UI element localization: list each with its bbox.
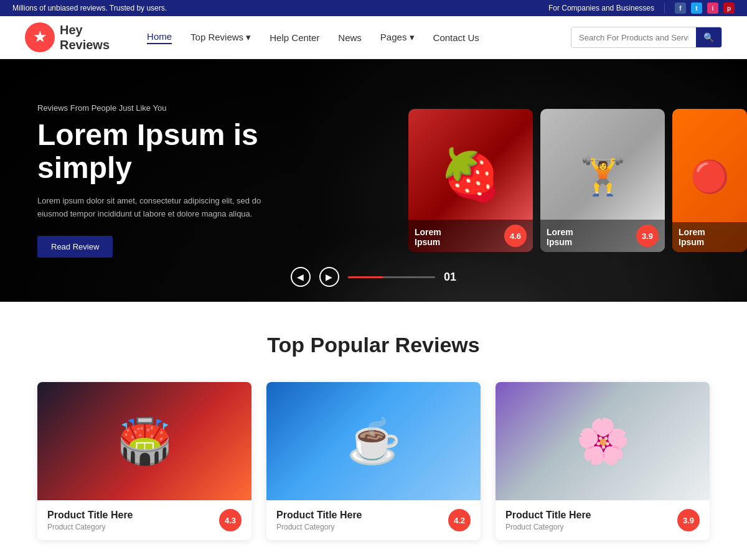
popular-reviews-title: Top Popular Reviews [37,333,710,357]
nav-home[interactable]: Home [147,31,172,44]
product-card-2-rating: 4.2 [448,509,471,531]
product-card-2-image: ☕ [266,382,481,500]
hero-card-1[interactable]: LoremIpsum 4.6 [408,109,533,252]
hero-card-3-label: LoremIpsum [679,227,705,247]
nav-help-center[interactable]: Help Center [270,32,319,43]
search-button[interactable]: 🔍 [696,27,721,47]
hero-controls: ◀ ▶ 01 [291,267,456,287]
hero-description: Lorem ipsum dolor sit amet, consectetur … [37,195,261,221]
nav-news[interactable]: News [338,32,362,43]
product-card-3-title: Product Title Here [505,510,591,521]
product-card-1-category: Product Category [47,523,133,531]
hero-card-2[interactable]: LoremIpsum 3.9 [540,109,665,252]
twitter-icon[interactable]: t [691,2,702,14]
nav-top-reviews[interactable]: Top Reviews ▾ [190,32,251,43]
divider [664,3,665,13]
facebook-icon[interactable]: f [675,2,686,14]
hero-card-1-label: LoremIpsum [415,227,441,247]
hero-card-1-footer: LoremIpsum 4.6 [408,220,533,252]
hero-subtitle: Reviews From People Just Like You [37,103,261,113]
logo-text: Hey Reviews [60,22,110,52]
product-card-1-rating: 4.3 [219,509,242,531]
top-bar-left: Millions of unbiased reviews. Trusted by… [12,4,167,12]
main-nav: Home Top Reviews ▾ Help Center News Page… [147,31,571,44]
slide-progress-bar [348,276,435,278]
product-card-1-image: 🏟️ [37,382,251,500]
slide-number: 01 [444,271,456,284]
logo-icon: ★ [25,22,55,52]
product-card-3[interactable]: 🌸 Product Title Here Product Category 3.… [496,382,710,540]
product-card-3-body: Product Title Here Product Category 3.9 [496,500,710,540]
product-card-2[interactable]: ☕ Product Title Here Product Category 4.… [266,382,481,540]
search-box: 🔍 [571,27,722,48]
social-links: f t i p [675,2,735,14]
popular-cards-grid: 🏟️ Product Title Here Product Category 4… [37,382,710,540]
product-card-2-category: Product Category [276,523,362,531]
instagram-icon[interactable]: i [707,2,718,14]
product-card-3-rating: 3.9 [677,509,700,531]
product-card-1-title: Product Title Here [47,510,133,521]
prev-slide-button[interactable]: ◀ [291,267,311,287]
product-card-1-body: Product Title Here Product Category 4.3 [37,500,251,540]
product-card-2-body: Product Title Here Product Category 4.2 [266,500,481,540]
hero-card-1-rating: 4.6 [504,225,527,247]
hero-card-2-footer: LoremIpsum 3.9 [540,220,665,252]
nav-pages[interactable]: Pages ▾ [380,32,415,43]
product-card-3-category: Product Category [505,523,591,531]
search-input[interactable] [571,28,696,47]
next-slide-button[interactable]: ▶ [319,267,339,287]
product-card-1[interactable]: 🏟️ Product Title Here Product Category 4… [37,382,251,540]
hero-card-2-rating: 3.9 [636,225,659,247]
hero-cta-button[interactable]: Read Review [37,236,113,258]
slide-progress-fill [348,276,383,278]
logo[interactable]: ★ Hey Reviews [25,22,110,52]
pinterest-icon[interactable]: p [723,2,735,14]
hero-card-3[interactable]: LoremIpsum [672,109,747,252]
product-card-3-image: 🌸 [496,382,710,500]
popular-reviews-section: Top Popular Reviews 🏟️ Product Title Her… [0,302,747,560]
nav-contact-us[interactable]: Contact Us [433,32,479,43]
hero-title: Lorem Ipsum is simply [37,119,261,185]
hero-content: Reviews From People Just Like You Lorem … [0,103,299,257]
hero-section: Reviews From People Just Like You Lorem … [0,59,747,302]
header: ★ Hey Reviews Home Top Reviews ▾ Help Ce… [0,16,747,59]
hero-card-2-label: LoremIpsum [547,227,573,247]
hero-card-3-footer: LoremIpsum [672,222,747,252]
top-bar-right: For Companies and Businesses [548,4,654,12]
top-bar: Millions of unbiased reviews. Trusted by… [0,0,747,16]
hero-cards: LoremIpsum 4.6 LoremIpsum 3.9 LoremIpsum [408,109,747,252]
product-card-2-title: Product Title Here [276,510,362,521]
